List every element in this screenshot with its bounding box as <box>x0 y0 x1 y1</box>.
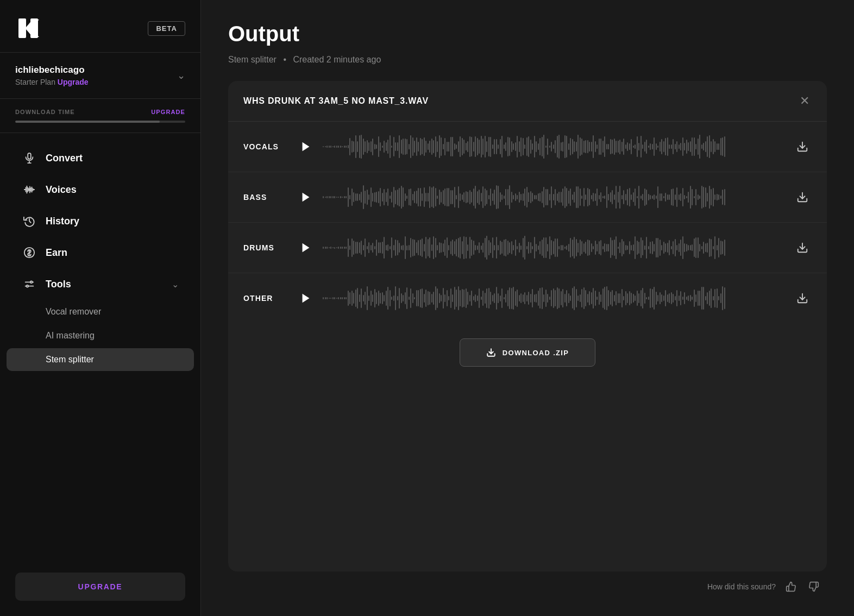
svg-marker-29 <box>303 294 310 303</box>
drums-play-button[interactable] <box>298 240 314 256</box>
bass-play-button[interactable] <box>298 189 314 205</box>
nav-items: Convert Voices <box>0 133 200 564</box>
file-header: WHS DRUNK AT 3AM_5 NO MAST_3.WAV ✕ <box>228 81 827 122</box>
subtitle-time: Created 2 minutes ago <box>293 55 381 64</box>
svg-rect-6 <box>28 153 31 159</box>
vocals-track-row: VOCALS <box>228 122 827 172</box>
drums-download-button[interactable] <box>793 238 812 257</box>
user-name: ichliebechicago <box>15 65 89 76</box>
download-zip-button[interactable]: DOWNLOAD .ZIP <box>460 338 595 367</box>
sidebar-item-ai-mastering[interactable]: AI mastering <box>7 324 194 347</box>
earn-label: Earn <box>46 247 179 259</box>
drums-waveform <box>323 235 784 261</box>
waveform-icon <box>22 182 37 197</box>
sidebar: BETA ichliebechicago Starter Plan Upgrad… <box>0 0 201 616</box>
thumbs-up-button[interactable] <box>783 579 799 594</box>
other-waveform <box>323 285 784 311</box>
file-name: WHS DRUNK AT 3AM_5 NO MAST_3.WAV <box>243 96 429 106</box>
sidebar-item-vocal-remover[interactable]: Vocal remover <box>7 300 194 323</box>
user-section[interactable]: ichliebechicago Starter Plan Upgrade ⌄ <box>0 53 200 99</box>
sidebar-header: BETA <box>0 0 200 53</box>
svg-marker-27 <box>303 243 310 253</box>
download-zip-label: DOWNLOAD .ZIP <box>503 349 569 357</box>
other-download-button[interactable] <box>793 289 812 307</box>
history-icon <box>22 213 37 229</box>
sidebar-item-voices[interactable]: Voices <box>7 174 194 205</box>
tools-label: Tools <box>46 279 172 290</box>
download-zip-section: DOWNLOAD .ZIP <box>228 323 827 382</box>
other-label: OTHER <box>243 294 298 303</box>
vocals-label: VOCALS <box>243 142 298 151</box>
bass-waveform <box>323 184 784 210</box>
sidebar-item-convert[interactable]: Convert <box>7 143 194 173</box>
bass-track-row: BASS <box>228 172 827 223</box>
bass-download-button[interactable] <box>793 188 812 206</box>
download-time-label: DOWNLOAD TIME <box>15 109 75 115</box>
bass-label: BASS <box>243 193 298 202</box>
beta-badge: BETA <box>148 21 185 36</box>
subtitle-separator: • <box>283 55 286 64</box>
feedback-label: How did this sound? <box>707 582 776 591</box>
sidebar-item-tools[interactable]: Tools ⌄ <box>7 269 194 299</box>
output-card: WHS DRUNK AT 3AM_5 NO MAST_3.WAV ✕ VOCAL… <box>228 81 827 571</box>
dollar-icon <box>22 245 37 260</box>
tools-chevron-icon: ⌄ <box>172 279 179 290</box>
thumbs-down-button[interactable] <box>806 579 821 594</box>
convert-label: Convert <box>46 153 179 164</box>
upgrade-btn-wrapper: UPGRADE <box>0 564 200 616</box>
download-progress-fill <box>15 121 160 123</box>
download-progress-bar <box>15 121 185 123</box>
svg-marker-23 <box>303 142 310 152</box>
download-upgrade-label[interactable]: UPGRADE <box>151 109 185 115</box>
sidebar-item-earn[interactable]: Earn <box>7 237 194 268</box>
close-button[interactable]: ✕ <box>798 93 812 109</box>
user-plan: Starter Plan Upgrade <box>15 78 89 86</box>
vocals-play-button[interactable] <box>298 139 314 155</box>
user-info: ichliebechicago Starter Plan Upgrade <box>15 65 89 86</box>
other-play-button[interactable] <box>298 290 314 306</box>
feedback-bar: How did this sound? <box>228 571 827 594</box>
page-subtitle: Stem splitter • Created 2 minutes ago <box>228 55 827 65</box>
download-time-section: DOWNLOAD TIME UPGRADE <box>0 99 200 133</box>
sidebar-item-history[interactable]: History <box>7 206 194 236</box>
history-label: History <box>46 216 179 227</box>
app-logo <box>15 15 41 41</box>
upgrade-button[interactable]: UPGRADE <box>15 573 185 601</box>
page-title: Output <box>228 22 827 46</box>
subtitle-tool: Stem splitter <box>228 55 277 64</box>
user-chevron-icon: ⌄ <box>177 70 185 81</box>
tools-sub-nav: Vocal remover AI mastering Stem splitter <box>0 300 200 376</box>
main-content: Output Stem splitter • Created 2 minutes… <box>201 0 854 616</box>
vocals-download-button[interactable] <box>793 137 812 156</box>
drums-label: DRUMS <box>243 243 298 252</box>
sidebar-item-stem-splitter[interactable]: Stem splitter <box>7 348 194 371</box>
svg-marker-25 <box>303 193 310 202</box>
plan-upgrade-link[interactable]: Upgrade <box>58 78 89 86</box>
drums-track-row: DRUMS <box>228 223 827 273</box>
vocals-waveform <box>323 134 784 160</box>
microphone-icon <box>22 150 37 166</box>
tools-icon <box>22 276 37 292</box>
voices-label: Voices <box>46 184 179 196</box>
other-track-row: OTHER <box>228 273 827 323</box>
